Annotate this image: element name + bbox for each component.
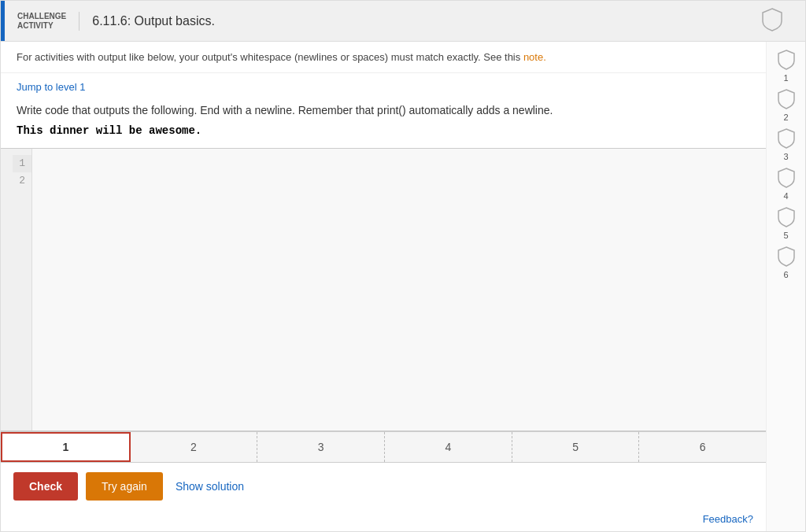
action-bar: Check Try again Show solution: [1, 463, 766, 510]
right-sidebar: 1 2 3: [766, 42, 805, 531]
badge-shield-icon-2: [778, 89, 795, 112]
challenge-label: CHALLENGE ACTIVITY: [17, 12, 79, 31]
note-link[interactable]: note.: [523, 51, 546, 63]
badge-shield-icon-1: [778, 50, 795, 72]
line-number-2: 2: [13, 172, 31, 190]
sidebar-badge-5[interactable]: 5: [778, 207, 795, 240]
sidebar-badge-num-2: 2: [783, 113, 788, 122]
tab-3[interactable]: 3: [257, 432, 385, 462]
line-numbers: 1 2: [1, 149, 32, 430]
sidebar-badge-3[interactable]: 3: [778, 128, 795, 161]
badge-shield-icon-3: [778, 128, 795, 151]
tab-row: 1 2 3 4 5 6: [1, 431, 766, 463]
header-badge-icon: [761, 7, 783, 35]
main-panel: For activities with output like below, y…: [1, 42, 766, 531]
badge-shield-icon-6: [778, 246, 795, 269]
sidebar-badge-num-4: 4: [783, 191, 788, 201]
check-button[interactable]: Check: [13, 472, 78, 501]
tab-5[interactable]: 5: [512, 432, 640, 462]
sidebar-badge-1[interactable]: 1: [778, 50, 795, 83]
sidebar-badge-num-5: 5: [783, 231, 788, 240]
expected-output: This dinner will be awesome.: [1, 121, 766, 145]
jump-to-level-link[interactable]: Jump to level 1: [1, 73, 766, 98]
badge-shield-icon-4: [778, 168, 795, 190]
show-solution-button[interactable]: Show solution: [171, 480, 249, 493]
badge-shield-icon-5: [778, 207, 795, 230]
tab-1[interactable]: 1: [1, 432, 131, 462]
line-number-1: 1: [13, 155, 31, 172]
tab-6[interactable]: 6: [639, 432, 766, 462]
tab-2[interactable]: 2: [131, 432, 258, 462]
code-editor[interactable]: [32, 149, 766, 430]
try-again-button[interactable]: Try again: [86, 472, 163, 501]
instruction-text: Write code that outputs the following. E…: [1, 98, 766, 121]
sidebar-badge-6[interactable]: 6: [778, 246, 795, 279]
sidebar-badge-num-3: 3: [783, 152, 788, 161]
activity-title: 6.11.6: Output basics.: [92, 14, 215, 28]
info-bar: For activities with output like below, y…: [1, 42, 766, 73]
editor-container: 1 2: [1, 148, 766, 431]
sidebar-badge-num-1: 1: [783, 73, 788, 83]
sidebar-badge-num-6: 6: [783, 270, 788, 279]
sidebar-badge-4[interactable]: 4: [778, 168, 795, 201]
header: CHALLENGE ACTIVITY 6.11.6: Output basics…: [1, 1, 805, 42]
tab-4[interactable]: 4: [385, 432, 512, 462]
feedback-link[interactable]: Feedback?: [1, 510, 766, 531]
sidebar-badge-2[interactable]: 2: [778, 89, 795, 122]
